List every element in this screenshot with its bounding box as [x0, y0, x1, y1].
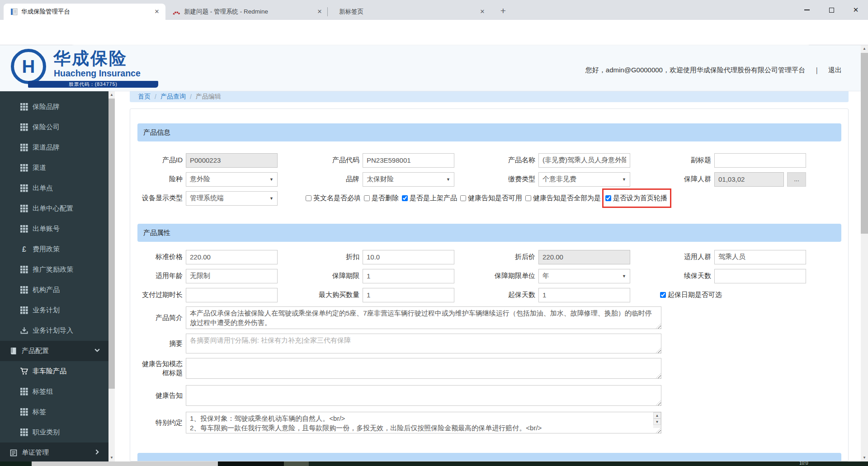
checkbox-box[interactable] — [460, 195, 466, 201]
page-scroll-thumb[interactable] — [861, 53, 868, 234]
renew-days-input[interactable] — [714, 269, 806, 283]
checkbox-box[interactable] — [306, 195, 311, 201]
insurance-type-select[interactable]: 意外险 ▼ — [186, 172, 278, 187]
page-scrollbar[interactable]: ▲ ▼ — [861, 45, 868, 461]
checkbox-box[interactable] — [605, 195, 611, 201]
section-product-attrs: 产品属性 — [137, 224, 841, 242]
maximize-button[interactable] — [819, 0, 844, 20]
apply-group-input[interactable] — [714, 250, 806, 264]
sidebar-item-14[interactable]: 标签组 — [0, 381, 108, 402]
info-checkbox-0[interactable]: 英文名是否必填 — [306, 194, 361, 202]
info-checkbox-1[interactable]: 是否删除 — [364, 194, 399, 202]
logout-link[interactable]: 退出 — [828, 66, 842, 74]
intro-textarea[interactable]: 本产品仅承保合法被保险人在驾驶或乘坐保单约定的5座、7座非营运车辆行驶过程中或为… — [186, 306, 661, 329]
product-code-input[interactable] — [363, 153, 454, 168]
health-modal-title-textarea[interactable] — [186, 358, 661, 379]
sidebar-item-17[interactable]: 单证管理 — [0, 442, 108, 461]
info-checkbox-4[interactable]: 健康告知是否全部为是 — [525, 194, 601, 202]
sidebar-item-7[interactable]: £费用政策 — [0, 239, 108, 259]
product-name-input[interactable] — [538, 153, 630, 168]
protect-group-label: 保障人群 — [630, 175, 714, 184]
page-favicon-icon — [10, 8, 18, 16]
sidebar-item-label: 渠道品牌 — [33, 143, 60, 152]
close-button[interactable]: ✕ — [844, 0, 868, 20]
brand-select[interactable]: 太保财险 ▼ — [363, 172, 454, 187]
info-checkbox-5-highlighted[interactable]: 是否设为首页轮播 — [602, 188, 671, 208]
page-scroll-up-icon[interactable]: ▲ — [861, 45, 868, 52]
checkbox-box[interactable] — [364, 195, 370, 201]
sidebar-scroll-up-icon[interactable]: ▲ — [108, 91, 115, 99]
std-price-input[interactable] — [186, 250, 278, 264]
intro-label: 产品简介 — [137, 313, 186, 322]
browser-tab-1[interactable]: 华成保险管理平台✕ — [4, 4, 165, 20]
sidebar-item-0[interactable]: 保险品牌 — [0, 97, 108, 117]
section-product-info: 产品信息 — [137, 123, 841, 141]
device-type-select[interactable]: 管理系统端 ▼ — [186, 191, 278, 206]
sidebar-item-13[interactable]: 非车险产品 — [0, 361, 108, 381]
pay-type-select[interactable]: 个意非见费 ▼ — [538, 172, 630, 187]
info-checkbox-3[interactable]: 健康告知是否可用 — [460, 194, 522, 202]
sidebar-item-4[interactable]: 出单点 — [0, 178, 108, 198]
header-divider: ｜ — [813, 66, 820, 74]
browser-tab-3[interactable]: 新标签页✕ — [329, 4, 491, 20]
breadcrumb-product-query-link[interactable]: 产品查询 — [160, 93, 186, 101]
tab-close-icon[interactable]: ✕ — [316, 8, 324, 16]
checkbox-label: 是否是上架产品 — [410, 194, 457, 202]
taskbar-segment — [0, 461, 32, 466]
sidebar-item-9[interactable]: 机构产品 — [0, 280, 108, 300]
next-section-bar-clipped — [137, 453, 841, 461]
window-controls: ✕ — [795, 0, 868, 20]
new-tab-button[interactable]: + — [496, 5, 510, 18]
grid-icon — [20, 408, 28, 416]
browser-tab-2[interactable]: 新建问题 - 管理系统 - Redmine✕ — [166, 4, 328, 20]
sidebar-item-2[interactable]: 渠道品牌 — [0, 137, 108, 158]
sidebar-item-12[interactable]: 产品配置 — [0, 341, 108, 361]
tab-close-icon[interactable]: ✕ — [478, 8, 486, 16]
health-notice-textarea[interactable] — [186, 385, 661, 406]
product-code-label: 产品代码 — [278, 156, 363, 165]
checkbox-box[interactable] — [402, 195, 408, 201]
taskbar-segment — [284, 461, 309, 466]
sidebar-item-5[interactable]: 出单中心配置 — [0, 198, 108, 219]
start-date-optional-box[interactable] — [660, 292, 666, 298]
apply-age-input[interactable] — [186, 269, 278, 283]
sidebar-scroll-thumb[interactable] — [108, 99, 115, 389]
sidebar-scroll-down-icon[interactable]: ▼ — [108, 454, 115, 461]
taskbar-clock: 10:0 — [799, 461, 808, 466]
sidebar-item-3[interactable]: 渠道 — [0, 158, 108, 178]
checkbox-box[interactable] — [525, 195, 531, 201]
sidebar-item-16[interactable]: 职业类别 — [0, 422, 108, 442]
tab-close-icon[interactable]: ✕ — [153, 8, 161, 16]
minimize-button[interactable] — [795, 0, 819, 20]
grid-icon — [20, 103, 28, 111]
page-scroll-down-icon[interactable]: ▼ — [861, 454, 868, 461]
breadcrumb-home-link[interactable]: 首页 — [138, 93, 151, 101]
period-unit-select[interactable]: 年 ▼ — [538, 269, 630, 283]
textarea-scrollbar[interactable]: ▲ ▼ — [653, 412, 661, 428]
sidebar-scrollbar[interactable]: ▲ ▼ — [108, 91, 115, 461]
summary-textarea[interactable] — [186, 334, 661, 353]
sidebar-item-8[interactable]: 推广奖励政策 — [0, 259, 108, 280]
book-icon — [9, 347, 18, 355]
sidebar-item-10[interactable]: 业务计划 — [0, 300, 108, 320]
start-date-optional-checkbox[interactable]: 起保日期是否可选 — [660, 291, 722, 299]
sidebar-item-1[interactable]: 保险公司 — [0, 117, 108, 137]
attrs-row-3: 支付过期时长 最大购买数量 起保天数 起保日期是否可选 — [137, 287, 841, 302]
scroll-down-icon[interactable]: ▼ — [653, 419, 661, 425]
discount-input[interactable] — [363, 250, 454, 264]
pay-expire-input[interactable] — [186, 288, 278, 302]
protect-group-more-button[interactable]: ... — [787, 172, 806, 187]
period-input[interactable] — [363, 269, 454, 283]
sidebar-item-11[interactable]: 业务计划导入 — [0, 320, 108, 341]
max-buy-input[interactable] — [363, 288, 454, 302]
info-checkbox-2[interactable]: 是否是上架产品 — [402, 194, 457, 202]
sidebar-item-6[interactable]: 出单账号 — [0, 219, 108, 239]
checkbox-label: 英文名是否必填 — [313, 194, 361, 202]
subtitle-input[interactable] — [714, 153, 806, 168]
start-days-input[interactable] — [538, 288, 630, 302]
sidebar-item-15[interactable]: 标签 — [0, 402, 108, 422]
special-terms-textarea[interactable]: 1、投保对象：驾驶或乘坐机动车辆的自然人。<br/> 2、每车限购一款任我行驾乘… — [186, 412, 661, 433]
minimize-icon — [804, 9, 810, 10]
max-buy-label: 最大购买数量 — [278, 291, 363, 299]
scroll-up-icon[interactable]: ▲ — [653, 412, 661, 419]
